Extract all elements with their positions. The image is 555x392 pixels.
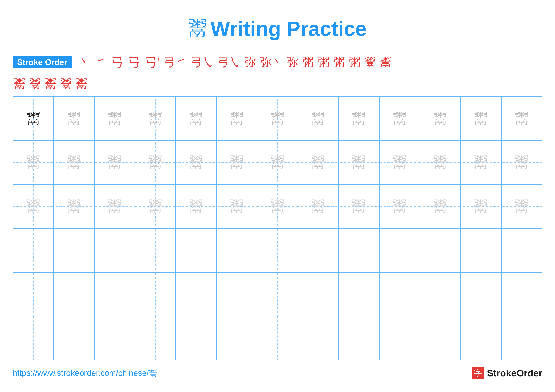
grid-cell[interactable]: 鬻 bbox=[461, 97, 501, 141]
grid-cell[interactable]: 鬻 bbox=[501, 184, 542, 228]
grid-cell[interactable] bbox=[298, 272, 339, 316]
grid-cell[interactable] bbox=[379, 228, 420, 272]
grid-cell[interactable]: 鬻 bbox=[135, 141, 176, 185]
grid-cell[interactable]: 鬻 bbox=[461, 141, 501, 185]
grid-cell[interactable] bbox=[54, 316, 94, 360]
grid-cell[interactable]: 鬻 bbox=[298, 97, 339, 141]
grid-cell[interactable]: 鬻 bbox=[257, 141, 298, 185]
grid-cell[interactable]: 鬻 bbox=[257, 184, 298, 228]
grid-cell[interactable] bbox=[339, 316, 379, 360]
grid-cell[interactable] bbox=[13, 316, 54, 360]
grid-cell[interactable] bbox=[216, 272, 257, 316]
grid-cell[interactable] bbox=[298, 228, 339, 272]
grid-cell[interactable] bbox=[501, 316, 542, 360]
grid-cell[interactable]: 鬻 bbox=[298, 184, 339, 228]
grid-cell[interactable] bbox=[379, 272, 420, 316]
practice-grid[interactable]: 鬻鬻鬻鬻鬻鬻鬻鬻鬻鬻鬻鬻鬻鬻鬻鬻鬻鬻鬻鬻鬻鬻鬻鬻鬻鬻鬻鬻鬻鬻鬻鬻鬻鬻鬻鬻鬻鬻鬻 bbox=[13, 96, 542, 360]
stroke-7: 弓㇂ bbox=[191, 55, 214, 70]
stroke-11: 弥 bbox=[287, 55, 298, 70]
grid-cell[interactable]: 鬻 bbox=[420, 97, 460, 141]
grid-cell[interactable]: 鬻 bbox=[339, 97, 379, 141]
grid-cell[interactable]: 鬻 bbox=[54, 97, 94, 141]
grid-cell[interactable]: 鬻 bbox=[216, 97, 257, 141]
grid-cell[interactable] bbox=[339, 228, 379, 272]
grid-cell[interactable] bbox=[379, 316, 420, 360]
grid-cell[interactable]: 鬻 bbox=[420, 184, 460, 228]
grid-cell[interactable]: 鬻 bbox=[216, 184, 257, 228]
grid-cell[interactable]: 鬻 bbox=[339, 141, 379, 185]
brand-name: StrokeOrder bbox=[487, 368, 542, 378]
page: 鬻 Writing Practice Stroke Order 丶 ㇀ 弓 弓 … bbox=[0, 0, 555, 392]
grid-cell[interactable] bbox=[420, 228, 460, 272]
grid-cell[interactable] bbox=[135, 228, 176, 272]
grid-cell[interactable] bbox=[135, 272, 176, 316]
grid-cell[interactable] bbox=[461, 316, 501, 360]
grid-cell[interactable] bbox=[94, 228, 135, 272]
grid-cell[interactable]: 鬻 bbox=[420, 141, 460, 185]
grid-cell[interactable]: 鬻 bbox=[339, 184, 379, 228]
footer-url[interactable]: https://www.strokeorder.com/chinese/鬻 bbox=[13, 368, 157, 378]
stroke-order-section: Stroke Order 丶 ㇀ 弓 弓 弓' 弓㇀ 弓㇂ 弓㇂ 弥 弥丶 弥 … bbox=[13, 50, 542, 75]
grid-cell[interactable]: 鬻 bbox=[135, 97, 176, 141]
grid-cell[interactable]: 鬻 bbox=[135, 184, 176, 228]
grid-cell[interactable]: 鬻 bbox=[379, 97, 420, 141]
grid-cell[interactable]: 鬻 bbox=[54, 184, 94, 228]
stroke-18: 鬻 bbox=[14, 76, 25, 92]
stroke-12: 粥 bbox=[302, 55, 314, 70]
grid-cell[interactable] bbox=[420, 316, 460, 360]
grid-cell[interactable] bbox=[216, 316, 257, 360]
stroke-5: 弓' bbox=[145, 54, 160, 71]
grid-cell[interactable]: 鬻 bbox=[54, 141, 94, 185]
stroke-22: 鬻 bbox=[76, 76, 87, 92]
grid-cell[interactable] bbox=[176, 272, 216, 316]
grid-cell[interactable]: 鬻 bbox=[501, 141, 542, 185]
grid-cell[interactable] bbox=[257, 228, 298, 272]
footer-brand: 字 StrokeOrder bbox=[472, 367, 542, 379]
grid-cell[interactable]: 鬻 bbox=[176, 184, 216, 228]
grid-cell[interactable]: 鬻 bbox=[501, 97, 542, 141]
grid-cell[interactable] bbox=[176, 228, 216, 272]
stroke-order-badge: Stroke Order bbox=[13, 56, 72, 68]
grid-cell[interactable] bbox=[13, 272, 54, 316]
grid-cell[interactable]: 鬻 bbox=[94, 141, 135, 185]
grid-cell[interactable]: 鬻 bbox=[379, 141, 420, 185]
grid-cell[interactable] bbox=[54, 228, 94, 272]
grid-cell[interactable] bbox=[94, 272, 135, 316]
grid-cell[interactable] bbox=[257, 316, 298, 360]
title-row: 鬻 Writing Practice bbox=[13, 9, 542, 50]
stroke-6: 弓㇀ bbox=[164, 55, 187, 70]
grid-cell[interactable] bbox=[420, 272, 460, 316]
grid-cell[interactable]: 鬻 bbox=[379, 184, 420, 228]
grid-cell[interactable] bbox=[135, 316, 176, 360]
grid-cell[interactable]: 鬻 bbox=[176, 97, 216, 141]
grid-cell[interactable] bbox=[176, 316, 216, 360]
grid-cell[interactable]: 鬻 bbox=[13, 184, 54, 228]
grid-cell[interactable]: 鬻 bbox=[298, 141, 339, 185]
grid-cell[interactable] bbox=[501, 272, 542, 316]
grid-cell[interactable] bbox=[461, 228, 501, 272]
grid-cell[interactable] bbox=[216, 228, 257, 272]
grid-cell[interactable]: 鬻 bbox=[94, 184, 135, 228]
stroke-order-row2: 鬻 鬻 鬻 鬻 鬻 bbox=[13, 75, 542, 96]
grid-cell[interactable] bbox=[257, 272, 298, 316]
grid-cell[interactable]: 鬻 bbox=[176, 141, 216, 185]
grid-cell[interactable]: 鬻 bbox=[13, 97, 54, 141]
grid-cell[interactable] bbox=[13, 228, 54, 272]
stroke-2: ㇀ bbox=[95, 54, 107, 71]
grid-cell[interactable]: 鬻 bbox=[13, 141, 54, 185]
grid-cell[interactable] bbox=[54, 272, 94, 316]
grid-cell[interactable] bbox=[501, 228, 542, 272]
grid-cell[interactable] bbox=[461, 272, 501, 316]
brand-icon: 字 bbox=[472, 367, 484, 379]
grid-cell[interactable]: 鬻 bbox=[257, 97, 298, 141]
grid-cell[interactable]: 鬻 bbox=[216, 141, 257, 185]
grid-cell[interactable] bbox=[298, 316, 339, 360]
page-title: Writing Practice bbox=[210, 17, 366, 41]
grid-cell[interactable] bbox=[94, 316, 135, 360]
grid-cell[interactable]: 鬻 bbox=[94, 97, 135, 141]
stroke-21: 鬻 bbox=[60, 76, 72, 92]
grid-cell[interactable] bbox=[339, 272, 379, 316]
stroke-17: 鬻 bbox=[380, 55, 391, 70]
footer: https://www.strokeorder.com/chinese/鬻 字 … bbox=[13, 360, 542, 383]
grid-cell[interactable]: 鬻 bbox=[461, 184, 501, 228]
